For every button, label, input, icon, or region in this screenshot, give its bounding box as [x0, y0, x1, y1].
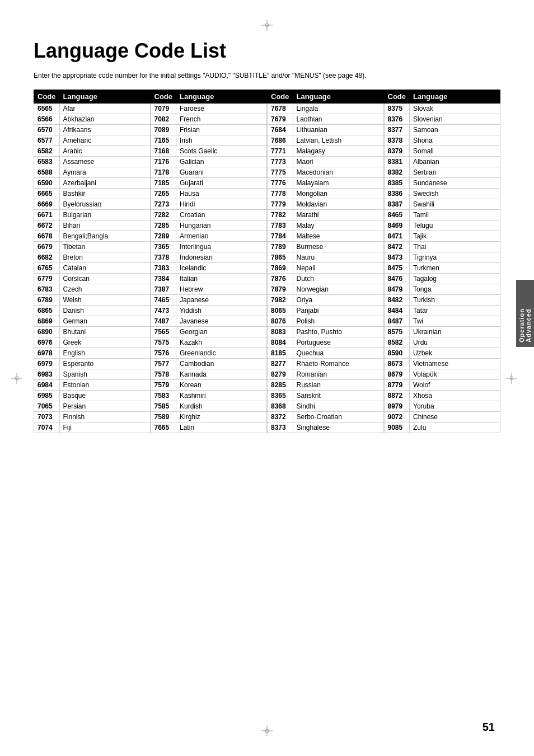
language-cell: Turkish	[410, 295, 500, 306]
page-container: Language Code List Enter the appropriate…	[0, 0, 534, 756]
table-row: 6566Abkhazian	[34, 114, 151, 125]
col2-header-lang: Language	[176, 90, 267, 104]
code-cell: 8279	[268, 369, 293, 380]
table-row: 7289Armenian	[151, 231, 267, 242]
code-cell: 8479	[384, 284, 410, 295]
table-row: 8476Tagalog	[384, 274, 500, 284]
table-row: 8479Tonga	[384, 284, 500, 295]
table-row: 7273Hindi	[151, 199, 267, 210]
col1-header-lang: Language	[59, 90, 150, 104]
table-row: 6865Danish	[34, 306, 151, 316]
table-row: 8379Somali	[384, 146, 500, 157]
code-cell: 6789	[34, 295, 60, 306]
language-cell: Arabic	[59, 146, 150, 157]
right-cross-icon	[506, 373, 517, 384]
language-cell: Tigrinya	[410, 252, 500, 263]
language-cell: Afar	[59, 104, 150, 114]
table-row: 6979Esperanto	[34, 359, 151, 369]
code-cell: 6679	[34, 242, 60, 252]
code-cell: 6582	[34, 146, 60, 157]
top-cross-icon	[261, 20, 273, 31]
code-cell: 6865	[34, 306, 60, 316]
language-cell: Kashmiri	[176, 391, 267, 401]
language-cell: Tamil	[410, 210, 500, 220]
language-cell: Tajik	[410, 231, 500, 242]
code-cell: 8373	[268, 422, 293, 433]
language-cell: Sanskrit	[293, 391, 383, 401]
table-row: 8376Slovenian	[384, 114, 500, 125]
table-row: 7865Nauru	[268, 252, 384, 263]
code-cell: 6979	[34, 359, 60, 369]
language-cell: Galician	[176, 157, 267, 167]
table-row: 8377Samoan	[384, 125, 500, 135]
table-row: 6783Czech	[34, 284, 151, 295]
code-cell: 7679	[268, 114, 293, 125]
code-cell: 7165	[151, 135, 176, 146]
table-row: 8582Urdu	[384, 337, 500, 348]
table-row: 7575Kazakh	[151, 337, 267, 348]
table-row: 7686Latvian, Lettish	[268, 135, 384, 146]
code-cell: 7082	[151, 114, 176, 125]
code-cell: 8590	[384, 348, 410, 359]
table-row: 6582Arabic	[34, 146, 151, 157]
table-row: 6565Afar	[34, 104, 151, 114]
language-cell: Corsican	[59, 274, 150, 284]
code-cell: 8372	[268, 412, 293, 422]
code-cell: 7778	[268, 189, 293, 199]
code-cell: 6570	[34, 125, 60, 135]
table-row: 8473Tigrinya	[384, 252, 500, 263]
table-row: 8373Singhalese	[268, 422, 384, 433]
col3-header-code: Code	[268, 90, 293, 104]
code-cell: 7869	[268, 263, 293, 274]
language-cell: Kirghiz	[176, 412, 267, 422]
language-cell: Malay	[293, 220, 383, 231]
table-row: 8475Turkmen	[384, 263, 500, 274]
language-cell: Hungarian	[176, 220, 267, 231]
table-row: 7776Malayalam	[268, 178, 384, 189]
language-cell: Indonesian	[176, 252, 267, 263]
code-cell: 7265	[151, 189, 176, 199]
table-row: 7583Kashmiri	[151, 391, 267, 401]
code-cell: 8368	[268, 401, 293, 412]
subtitle-text: Enter the appropriate code number for th…	[34, 72, 500, 79]
language-cell: Polish	[293, 316, 383, 327]
language-cell: Frisian	[176, 125, 267, 135]
bottom-cross-icon	[261, 725, 273, 736]
code-cell: 7575	[151, 337, 176, 348]
table-row: 8387Swahili	[384, 199, 500, 210]
table-row: 8386Swedish	[384, 189, 500, 199]
code-cell: 6588	[34, 167, 60, 178]
code-cell: 8582	[384, 337, 410, 348]
code-cell: 7178	[151, 167, 176, 178]
table-row: 7773Maori	[268, 157, 384, 167]
language-cell: Oriya	[293, 295, 383, 306]
code-cell: 7176	[151, 157, 176, 167]
code-cell: 7865	[268, 252, 293, 263]
col2-header-code: Code	[151, 90, 176, 104]
code-cell: 6665	[34, 189, 60, 199]
table-row: 7576Greenlandic	[151, 348, 267, 359]
language-cell: Persian	[59, 401, 150, 412]
language-cell: Azerbaijani	[59, 178, 150, 189]
language-cell: Yiddish	[176, 306, 267, 316]
code-cell: 8386	[384, 189, 410, 199]
code-cell: 6565	[34, 104, 60, 114]
language-table-col2: Code Language 7079Faroese7082French7089F…	[151, 90, 268, 433]
table-row: 6978English	[34, 348, 151, 359]
language-cell: Italian	[176, 274, 267, 284]
table-row: 6869German	[34, 316, 151, 327]
table-row: 7678Lingala	[268, 104, 384, 114]
table-row: 6976Greek	[34, 337, 151, 348]
code-cell: 7771	[268, 146, 293, 157]
table-row: 8472Thai	[384, 242, 500, 252]
language-cell: Gujarati	[176, 178, 267, 189]
code-cell: 8076	[268, 316, 293, 327]
language-cell: Javanese	[176, 316, 267, 327]
code-cell: 7285	[151, 220, 176, 231]
language-cell: Somali	[410, 146, 500, 157]
code-cell: 8484	[384, 306, 410, 316]
language-cell: Bhutani	[59, 327, 150, 337]
language-cell: Twi	[410, 316, 500, 327]
language-cell: Kazakh	[176, 337, 267, 348]
language-cell: Swahili	[410, 199, 500, 210]
